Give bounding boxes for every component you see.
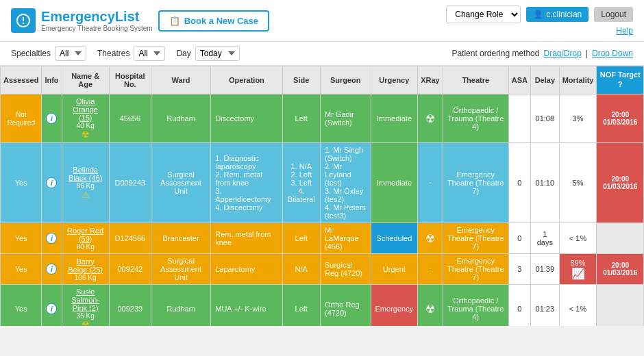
table-row: YesiBarry Beige (25)106 Kg009242Surgical…	[1, 254, 644, 285]
cell-info[interactable]: i	[42, 94, 62, 143]
cell-assessed: Yes	[1, 223, 42, 254]
patient-weight: 35 Kg	[66, 312, 105, 320]
cell-info[interactable]: i	[42, 254, 62, 285]
logo-svg	[15, 12, 32, 29]
day-label: Day	[176, 49, 190, 58]
cell-theatre: Emergency Theatre (Theatre 7)	[443, 143, 508, 223]
cell-delay: 01:23	[531, 285, 560, 327]
book-icon: 📋	[169, 16, 180, 26]
logout-button[interactable]: Logout	[594, 7, 633, 22]
col-delay: Delay	[531, 66, 560, 94]
cell-info[interactable]: i	[42, 285, 62, 327]
cell-ward: Rudham	[151, 285, 210, 327]
change-role-select[interactable]: Change Role	[446, 5, 521, 23]
cell-info[interactable]: i	[42, 143, 62, 223]
cell-side: Left	[282, 223, 320, 254]
patient-weight: 80 Kg	[66, 243, 105, 251]
patient-link[interactable]: Olivia Orange (15)	[73, 97, 98, 122]
info-icon[interactable]: i	[46, 177, 57, 188]
table-row: NotRequirediOlivia Orange (15)40 Kg☢4565…	[1, 94, 644, 143]
cell-surgeon: Mr LaMarque (456)	[320, 223, 371, 254]
patient-link[interactable]: Belinda Black (46)	[69, 166, 103, 182]
theatres-label: Theatres	[97, 49, 129, 58]
warning-icon: ⚠	[66, 190, 105, 200]
cell-nof-target: 20:0001/03/2016	[597, 143, 644, 223]
cell-asa: 0	[508, 285, 530, 327]
nof-help-icon[interactable]: ?	[615, 79, 626, 90]
xray-icon: ☢	[425, 233, 435, 244]
cell-delay: 01:10	[531, 143, 560, 223]
cell-surgeon: 1. Mr Singh (Switch)2. Mr Leyland (test)…	[320, 143, 371, 223]
cell-hospital-no: D124566	[109, 223, 151, 254]
cell-mortality: 89%📈	[559, 254, 597, 285]
cell-name: Susie Salmon-Pink (2)35 Kg☢	[62, 285, 109, 327]
cell-ward: Surgical Assessment Unit	[151, 254, 210, 285]
col-mortality: Mortality	[559, 66, 597, 94]
cell-side: N/A	[282, 254, 320, 285]
cell-urgency: Immediate	[371, 143, 418, 223]
cases-table-container: Assessed Info Name & Age Hospital No. Wa…	[0, 66, 644, 326]
user-icon: 👤	[533, 10, 543, 19]
info-icon[interactable]: i	[46, 264, 57, 275]
cell-ward: Rudham	[151, 94, 210, 143]
patient-link[interactable]: Barry Beige (25)	[68, 257, 103, 274]
cell-name: Belinda Black (46)86 Kg⚠	[62, 143, 109, 223]
patient-link[interactable]: Susie Salmon-Pink (2)	[71, 288, 99, 312]
patient-ordering: Patient ordering method Drag/Drop | Drop…	[451, 49, 633, 58]
col-hospital-no: Hospital No.	[109, 66, 151, 94]
cell-ward: Surgical Assessment Unit	[151, 143, 210, 223]
day-select[interactable]: Today	[195, 46, 240, 61]
drag-drop-link[interactable]: Drag/Drop	[543, 49, 581, 58]
col-asa: ASA	[508, 66, 530, 94]
day-filter: Day Today	[176, 46, 239, 61]
xray-icon: ☢	[425, 303, 435, 315]
cell-nof-target	[597, 285, 644, 327]
app-title: EmergencyList	[41, 9, 153, 25]
info-icon[interactable]: i	[46, 233, 57, 244]
cell-asa	[508, 94, 530, 143]
cell-operation: Rem. metal from knee	[211, 223, 282, 254]
cell-mortality: < 1%	[559, 223, 597, 254]
col-theatre: Theatre	[443, 66, 508, 94]
cell-operation: Laparotomy	[211, 254, 282, 285]
cell-operation: Discectomy	[211, 94, 282, 143]
cell-operation: MUA +/- K-wire	[211, 285, 282, 327]
info-icon[interactable]: i	[46, 113, 57, 124]
cell-hospital-no: 009239	[109, 285, 151, 327]
username: c.clinician	[546, 10, 582, 19]
specialties-select[interactable]: All	[55, 46, 86, 61]
col-name: Name & Age	[62, 66, 109, 94]
theatres-select[interactable]: All	[134, 46, 165, 61]
cell-delay: 1 days	[531, 223, 560, 254]
cell-side: Left	[282, 94, 320, 143]
cases-table: Assessed Info Name & Age Hospital No. Wa…	[0, 66, 644, 326]
specialties-label: Specialties	[11, 49, 51, 58]
cell-hospital-no: 009242	[109, 254, 151, 285]
cell-operation: 1. Diagnostic laparoscopy2. Rem. metal f…	[211, 143, 282, 223]
cell-delay: 01:39	[531, 254, 560, 285]
help-link[interactable]: Help	[616, 26, 633, 36]
cell-assessed: Yes	[1, 254, 42, 285]
drop-down-link[interactable]: Drop Down	[592, 49, 633, 58]
cell-mortality: < 1%	[559, 285, 597, 327]
cell-asa: 0	[508, 223, 530, 254]
col-nof-target: NOF Target ?	[597, 66, 644, 94]
cell-xray: ☢	[418, 285, 443, 327]
cell-urgency: Urgent	[371, 254, 418, 285]
cell-name: Olivia Orange (15)40 Kg☢	[62, 94, 109, 143]
book-case-label: Book a New Case	[184, 16, 258, 26]
cell-asa: 0	[508, 143, 530, 223]
cell-nof-target	[597, 223, 644, 254]
col-xray: XRay	[418, 66, 443, 94]
specialties-filter: Specialties All	[11, 46, 86, 61]
xray-icon: ☢	[425, 113, 435, 125]
cell-assessed: Yes	[1, 143, 42, 223]
cell-xray: ☢	[418, 223, 443, 254]
cell-theatre: Orthopaedic / Trauma (Theatre 4)	[443, 94, 508, 143]
info-icon[interactable]: i	[46, 303, 57, 314]
patient-link[interactable]: Roger Red (59)	[67, 227, 103, 243]
cell-hospital-no: D009243	[109, 143, 151, 223]
cell-info[interactable]: i	[42, 223, 62, 254]
cell-surgeon: Ortho Reg (4720)	[320, 285, 371, 327]
book-case-button[interactable]: 📋 Book a New Case	[158, 10, 269, 31]
